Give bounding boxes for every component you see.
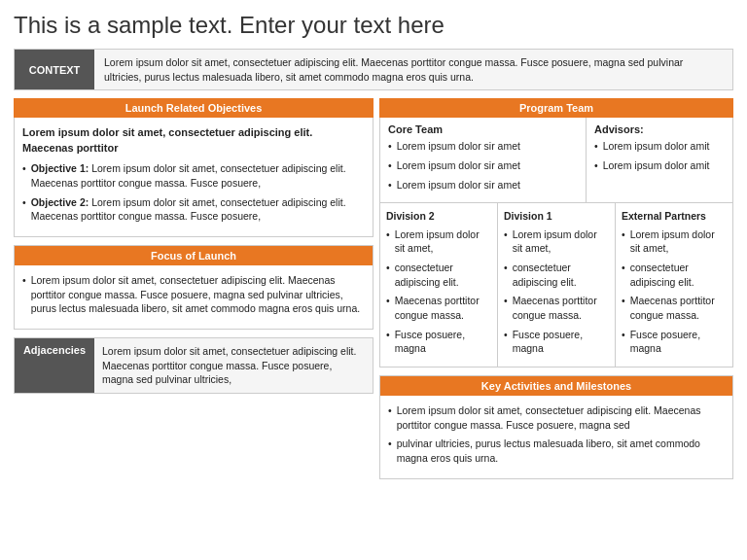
key-activity-1: • Lorem ipsum dolor sit amet, consectetu… <box>388 403 725 432</box>
external-partners: External Partners •Lorem ipsum dolor sit… <box>616 203 732 367</box>
external-partners-label: External Partners <box>622 209 727 223</box>
advisor-item-1: • Lorem ipsum dolor amit <box>594 139 725 154</box>
core-team: Core Team • Lorem ipsum dolor sir amet •… <box>380 118 587 202</box>
division-1: Division 1 •Lorem ipsum dolor sit amet, … <box>498 203 616 367</box>
division-1-label: Division 1 <box>504 209 609 223</box>
ext-item-2: •consectetuer adipiscing elit. <box>622 261 727 289</box>
ext-item-3: •Maecenas porttitor congue massa. <box>622 294 727 322</box>
key-activities-content: • Lorem ipsum dolor sit amet, consectetu… <box>380 396 732 478</box>
main-content: Launch Related Objectives Lorem ipsum do… <box>14 98 733 478</box>
context-label: CONTEXT <box>15 50 94 89</box>
ext-item-4: •Fusce posuere, magna <box>622 328 727 356</box>
focus-section: Focus of Launch • Lorem ipsum dolor sit … <box>14 245 374 330</box>
objective-1-label: Objective 1: <box>31 162 89 174</box>
objective-1-text: Objective 1: Lorem ipsum dolor sit amet,… <box>31 161 365 190</box>
divisions-row: Division 2 •Lorem ipsum dolor sit amet, … <box>379 203 733 368</box>
adjacencies-label: Adjacencies <box>15 338 94 393</box>
div1-item-1: •Lorem ipsum dolor sit amet, <box>504 228 609 256</box>
div1-item-4: •Fusce posuere, magna <box>504 328 609 356</box>
launch-objectives-header: Launch Related Objectives <box>14 98 374 118</box>
objective-2-label: Objective 2: <box>31 196 89 208</box>
adjacencies-row: Adjacencies Lorem ipsum dolor sit amet, … <box>14 337 374 394</box>
advisor-item-2: • Lorem ipsum dolor amit <box>594 158 725 173</box>
key-activity-2: • pulvinar ultricies, purus lectus males… <box>388 437 725 465</box>
left-column: Launch Related Objectives Lorem ipsum do… <box>14 98 374 478</box>
div2-item-1: •Lorem ipsum dolor sit amet, <box>386 228 491 256</box>
program-team-header: Program Team <box>379 98 733 118</box>
div1-item-2: •consectetuer adipiscing elit. <box>504 261 609 289</box>
page-title: This is a sample text. Enter your text h… <box>14 12 733 39</box>
ext-item-1: •Lorem ipsum dolor sit amet, <box>622 228 727 256</box>
core-team-item-3: • Lorem ipsum dolor sir amet <box>388 178 578 192</box>
advisors-label: Advisors: <box>594 123 725 135</box>
bullet-dot: • <box>22 161 26 190</box>
program-team-top: Core Team • Lorem ipsum dolor sir amet •… <box>379 118 733 203</box>
context-text: Lorem ipsum dolor sit amet, consectetuer… <box>94 50 732 89</box>
focus-text: Lorem ipsum dolor sit amet, consectetuer… <box>31 273 365 316</box>
focus-header: Focus of Launch <box>15 246 373 265</box>
core-team-item-2: • Lorem ipsum dolor sir amet <box>388 158 578 173</box>
key-activities-header: Key Activities and Milestones <box>380 376 732 396</box>
context-row: CONTEXT Lorem ipsum dolor sit amet, cons… <box>14 49 733 90</box>
key-activities: Key Activities and Milestones • Lorem ip… <box>379 375 733 479</box>
core-team-item-1: • Lorem ipsum dolor sir amet <box>388 139 578 154</box>
objective-2-text: Objective 2: Lorem ipsum dolor sit amet,… <box>31 195 365 224</box>
adjacencies-text: Lorem ipsum dolor sit amet, consectetuer… <box>94 338 373 393</box>
div2-item-3: •Maecenas porttitor congue massa. <box>386 294 491 322</box>
div1-item-3: •Maecenas porttitor congue massa. <box>504 294 609 322</box>
objectives-main-text: Lorem ipsum dolor sit amet, consectetuer… <box>22 125 365 156</box>
div2-item-2: •consectetuer adipiscing elit. <box>386 261 491 289</box>
bullet-dot-2: • <box>22 195 26 224</box>
advisors: Advisors: • Lorem ipsum dolor amit • Lor… <box>587 118 732 202</box>
focus-bullet-dot: • <box>22 273 26 316</box>
right-column: Program Team Core Team • Lorem ipsum dol… <box>379 98 733 478</box>
core-team-label: Core Team <box>388 123 578 135</box>
launch-objectives-content: Lorem ipsum dolor sit amet, consectetuer… <box>14 118 374 237</box>
div2-item-4: •Fusce posuere, magna <box>386 328 491 356</box>
objective-2: • Objective 2: Lorem ipsum dolor sit ame… <box>22 195 365 224</box>
division-2-label: Division 2 <box>386 209 491 223</box>
division-2: Division 2 •Lorem ipsum dolor sit amet, … <box>380 203 498 367</box>
focus-bullet: • Lorem ipsum dolor sit amet, consectetu… <box>22 273 365 316</box>
focus-content: • Lorem ipsum dolor sit amet, consectetu… <box>15 265 373 329</box>
objective-1: • Objective 1: Lorem ipsum dolor sit ame… <box>22 161 365 190</box>
